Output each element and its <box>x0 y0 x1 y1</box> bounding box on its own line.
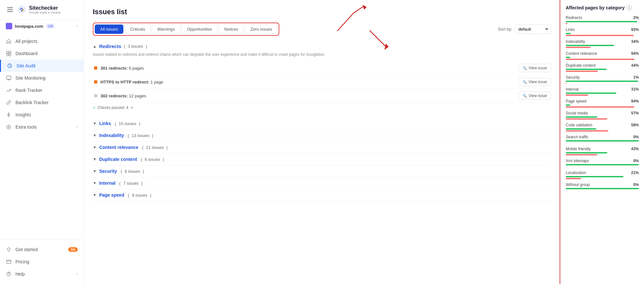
bar-item-content-relevance: Content relevance 94% <box>566 51 639 60</box>
category-content-relevance[interactable]: ▼ Content relevance ( 21 issues ) <box>93 142 551 153</box>
sidebar-item-site-audit[interactable]: Site Audit <box>0 60 83 72</box>
bar-track-10 <box>566 140 639 143</box>
grid-icon <box>6 51 12 56</box>
diamond-icon <box>6 247 12 252</box>
filter-all-issues[interactable]: All issues <box>95 24 123 34</box>
filter-notices[interactable]: Notices <box>219 24 244 34</box>
view-issue-302[interactable]: 🔍 View issue <box>518 92 551 100</box>
bar-green-12 <box>566 164 639 165</box>
link-icon <box>6 100 12 105</box>
bar-name-8: Social media <box>566 111 588 115</box>
bar-header-3: Content relevance 94% <box>566 51 639 56</box>
site-selector[interactable]: hostpapa.com UA › <box>0 20 83 33</box>
expand-security-icon: ▼ <box>93 169 97 173</box>
sidebar-label-get-started: Get started <box>15 247 38 252</box>
filter-zero-issues[interactable]: Zero issues <box>245 24 277 34</box>
filter-opportunities[interactable]: Opportunities <box>182 24 217 34</box>
category-redirects: ▲ Redirects ( 3 issues ) Issues related … <box>93 44 551 113</box>
info-icon[interactable]: i <box>627 5 632 10</box>
bar-track-11 <box>566 152 639 155</box>
bar-green-10 <box>566 140 639 142</box>
hamburger-menu[interactable] <box>6 6 14 13</box>
bar-track-13 <box>566 176 639 179</box>
bar-pct-1: 93% <box>631 27 639 32</box>
page-speed-title: Page speed <box>99 192 124 198</box>
security-count-val: 6 issues <box>125 169 140 174</box>
svg-rect-2 <box>9 51 11 53</box>
sidebar-item-insights[interactable]: Insights <box>0 109 83 121</box>
indexability-count: ( <box>127 133 129 138</box>
bar-name-1: Links <box>566 27 575 32</box>
bar-track-0 <box>566 21 639 24</box>
bar-name-6: Internal <box>566 87 579 92</box>
category-redirects-count: ( <box>124 44 125 49</box>
category-links[interactable]: ▼ Links ( 15 issues ) <box>93 118 551 130</box>
sidebar-label-pricing: Pricing <box>15 259 29 264</box>
content-relevance-count-val: 21 issues <box>146 145 164 150</box>
bar-pct-5: 1% <box>633 75 639 80</box>
sidebar: Sitechecker Proudly made in Ukraine host… <box>0 0 84 284</box>
bar-track-2 <box>566 45 639 48</box>
sidebar-item-extra-tools[interactable]: Extra tools › <box>0 121 83 133</box>
issue-dot-302 <box>94 94 97 97</box>
checks-passed-redirects[interactable]: ✓ Checks passed: 4 ▼ <box>93 103 551 113</box>
bar-green-5 <box>566 81 638 82</box>
category-redirects-header[interactable]: ▲ Redirects ( 3 issues ) <box>93 44 551 49</box>
bar-header-7: Page speed 94% <box>566 99 639 103</box>
sidebar-item-dashboard[interactable]: Dashboard <box>0 47 83 60</box>
bar-header-0: Redirects 2% <box>566 15 639 20</box>
bar-green-3 <box>566 57 570 58</box>
bar-name-5: Security <box>566 75 580 80</box>
sidebar-label-site-audit: Site Audit <box>16 63 35 68</box>
bar-item-links: Links 93% <box>566 27 639 36</box>
internal-count-close: ) <box>141 181 142 186</box>
view-issue-https[interactable]: 🔍 View issue <box>518 78 551 86</box>
bar-name-4: Duplicate content <box>566 63 596 68</box>
bar-name-7: Page speed <box>566 99 586 103</box>
expand-links-icon: ▼ <box>93 121 97 126</box>
content-relevance-count: ( <box>141 145 143 150</box>
sidebar-item-help[interactable]: Help › <box>0 268 83 280</box>
bar-red-8 <box>566 118 607 120</box>
view-icon-302: 🔍 <box>523 94 527 98</box>
bar-name-11: Mobile friendly <box>566 147 591 151</box>
sidebar-item-site-monitoring[interactable]: Site Monitoring <box>0 72 83 84</box>
bar-red-2 <box>566 47 591 48</box>
sort-select[interactable]: default name issues count <box>515 24 551 34</box>
filter-warnings[interactable]: Warnings <box>152 24 180 34</box>
sidebar-item-get-started[interactable]: Get started 3/6 <box>0 243 83 256</box>
expand-page-speed-icon: ▼ <box>93 193 97 197</box>
content-relevance-count-close: ) <box>166 145 168 150</box>
sidebar-item-all-projects[interactable]: All projects <box>0 35 83 47</box>
plus-circle-icon <box>6 124 12 130</box>
category-indexability[interactable]: ▼ Indexability ( 13 issues ) <box>93 130 551 142</box>
bar-green-14 <box>566 188 639 189</box>
bar-name-9: Code validation <box>566 123 592 127</box>
issue-text-301: 301 redirects: 6 pages <box>101 66 515 71</box>
sidebar-label-all-projects: All projects <box>15 39 37 44</box>
category-duplicate-content[interactable]: ▼ Duplicate content ( 6 issues ) <box>93 153 551 165</box>
sidebar-item-backlink-tracker[interactable]: Backlink Tracker <box>0 96 83 109</box>
sidebar-item-pricing[interactable]: Pricing <box>0 256 83 268</box>
svg-rect-3 <box>6 54 8 56</box>
category-internal[interactable]: ▼ Internal ( 7 issues ) <box>93 177 551 189</box>
check-icon: ✓ <box>93 105 96 110</box>
category-security[interactable]: ▼ Security ( 6 issues ) <box>93 165 551 177</box>
bar-track-12 <box>566 164 639 167</box>
trending-up-icon <box>6 87 12 93</box>
sidebar-item-rank-tracker[interactable]: Rank Tracker <box>0 84 83 96</box>
bar-green-11 <box>566 152 607 153</box>
bar-red-1 <box>566 35 634 36</box>
site-favicon <box>6 23 12 29</box>
bar-red-9 <box>566 130 608 132</box>
bar-pct-10: 0% <box>633 135 639 139</box>
bar-green-9 <box>566 128 596 130</box>
indexability-count-val: 13 issues <box>132 133 149 138</box>
view-issue-301[interactable]: 🔍 View issue <box>518 64 551 72</box>
collapse-icon: ▲ <box>93 44 97 49</box>
category-page-speed[interactable]: ▼ Page speed ( 8 issues ) <box>93 189 551 201</box>
filter-criticals[interactable]: Criticals <box>125 24 150 34</box>
bar-pct-13: 21% <box>631 171 639 175</box>
home-icon <box>6 38 12 44</box>
bar-name-0: Redirects <box>566 15 582 20</box>
